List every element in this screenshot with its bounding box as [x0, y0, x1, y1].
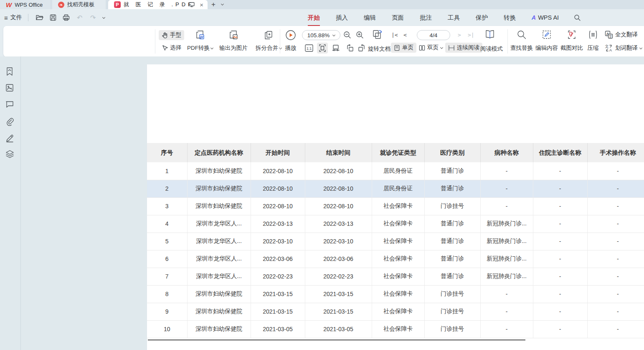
- table-cell: 2022-02-23: [305, 268, 372, 285]
- pdf-convert-icon: W: [195, 30, 205, 41]
- table-cell: 深圳市妇幼保健院: [187, 285, 251, 303]
- zoom-in-icon[interactable]: [356, 31, 364, 39]
- file-menu-button[interactable]: 文件: [10, 14, 22, 21]
- table-cell: 社会保障卡: [372, 215, 424, 232]
- tab-list-chevron-icon[interactable]: [221, 3, 224, 5]
- compress-button[interactable]: 压缩: [583, 28, 603, 54]
- play-button[interactable]: 播放: [280, 28, 301, 54]
- table-row: 7深圳市龙华区人...2022-02-232022-02-23社会保障卡普通门诊…: [147, 268, 644, 285]
- tab-docer-template[interactable]: ❧ 找稻壳模板: [52, 0, 106, 9]
- zoom-out-icon[interactable]: [343, 31, 351, 39]
- bookmark-panel-icon[interactable]: [5, 67, 15, 76]
- table-header-cell: 病种名称: [480, 143, 533, 162]
- continuous-read-button[interactable]: 连续阅读: [445, 43, 482, 53]
- double-page-button[interactable]: 双页: [416, 43, 446, 53]
- cursor-icon: [162, 45, 168, 51]
- table-cell: 新冠肺炎门诊...: [480, 268, 533, 285]
- new-tab-button[interactable]: +: [211, 0, 216, 9]
- menu-tab-page[interactable]: 页面: [391, 12, 405, 23]
- thumbnail-panel-icon[interactable]: [5, 84, 15, 93]
- table-cell: 2: [147, 180, 187, 197]
- table-cell: 5: [147, 232, 187, 250]
- table-cell: 门诊挂号: [424, 320, 480, 338]
- table-cell: 2022-03-13: [305, 215, 372, 232]
- menu-tab-protect[interactable]: 保护: [475, 12, 489, 23]
- table-cell: -: [587, 215, 644, 232]
- rotate-left-icon[interactable]: [345, 43, 355, 54]
- actual-size-button[interactable]: 1:1: [304, 43, 314, 53]
- menu-tab-edit[interactable]: 编辑: [363, 12, 377, 23]
- table-cell: 新冠肺炎门诊...: [480, 215, 533, 232]
- find-replace-button[interactable]: 查找替换: [510, 28, 534, 54]
- export-image-icon: [228, 30, 239, 41]
- fit-width-button[interactable]: [330, 43, 341, 54]
- table-cell: 2021-03-15: [305, 285, 372, 303]
- undo-icon[interactable]: ↶: [74, 12, 85, 23]
- menu-tab-tools[interactable]: 工具: [447, 12, 461, 23]
- tab-wps-office[interactable]: W WPS Office: [0, 0, 50, 9]
- close-tab-icon[interactable]: ×: [200, 1, 203, 8]
- table-cell: -: [587, 320, 644, 338]
- export-image-button[interactable]: 输出为图片: [216, 28, 251, 54]
- read-mode-icon[interactable]: [484, 30, 495, 40]
- menu-tab-comment[interactable]: 批注: [419, 12, 433, 23]
- continuous-read-icon: [448, 45, 455, 51]
- table-cell: 2022-02-23: [251, 268, 305, 285]
- save-icon[interactable]: [48, 12, 58, 23]
- open-file-icon[interactable]: [34, 12, 45, 23]
- table-header-cell: 开始时间: [251, 143, 305, 162]
- menu-tab-convert[interactable]: 转换: [503, 12, 517, 23]
- table-row: 6深圳市龙华区人...2022-03-062022-03-06社会保障卡普通门诊…: [147, 250, 644, 268]
- table-cell: 新冠肺炎门诊...: [480, 250, 533, 268]
- fit-page-button[interactable]: [317, 43, 328, 54]
- quickbar-chevron-icon[interactable]: [102, 15, 105, 18]
- last-page-icon[interactable]: >|: [468, 32, 474, 38]
- table-cell: 深圳市龙华区人...: [187, 232, 251, 250]
- table-cell: -: [587, 285, 644, 303]
- select-tool-button[interactable]: 选择: [159, 43, 184, 53]
- word-translate-button[interactable]: 文A 划词翻译: [605, 44, 642, 52]
- table-cell: -: [480, 197, 533, 215]
- full-translate-button[interactable]: A字 全文翻译: [605, 31, 638, 39]
- attachment-panel-icon[interactable]: [5, 117, 15, 126]
- find-replace-icon: [517, 30, 527, 40]
- print-icon[interactable]: [61, 12, 72, 23]
- tab-document-pdf[interactable]: P 就 医 记 录 .PDF ×: [108, 0, 208, 9]
- first-page-icon[interactable]: |<: [391, 32, 398, 38]
- table-cell: 10: [147, 320, 187, 338]
- medical-records-table: 序号定点医药机构名称开始时间结束时间就诊凭证类型医疗类别病种名称住院主诊断名称手…: [147, 143, 644, 338]
- signature-panel-icon[interactable]: [5, 134, 15, 143]
- layers-panel-icon[interactable]: [5, 150, 15, 159]
- read-mode-button[interactable]: 阅读模式: [480, 45, 503, 53]
- table-cell: -: [533, 320, 587, 338]
- table-header-cell: 医疗类别: [424, 143, 480, 162]
- rotate-right-icon[interactable]: [356, 43, 367, 54]
- pdf-convert-button[interactable]: W PDF转换: [182, 28, 218, 54]
- menu-tab-insert[interactable]: 插入: [335, 12, 349, 23]
- search-menu-icon[interactable]: [574, 14, 581, 21]
- table-cell: 7: [147, 268, 187, 285]
- table-cell: -: [480, 320, 533, 338]
- prev-page-icon[interactable]: <: [403, 32, 407, 38]
- table-cell: 普通门诊: [424, 232, 480, 250]
- comment-panel-icon[interactable]: [5, 100, 15, 110]
- table-cell: 2022-03-10: [305, 232, 372, 250]
- hand-tool-button[interactable]: 手型: [159, 30, 184, 40]
- rotate-pages-icon[interactable]: [372, 29, 383, 40]
- screenshot-compare-button[interactable]: 截图对比: [560, 28, 584, 54]
- page-number-input[interactable]: 4/4: [417, 30, 450, 40]
- redo-icon[interactable]: ↷: [88, 12, 99, 23]
- table-cell: 居民身份证: [372, 162, 424, 180]
- document-area[interactable]: 序号定点医药机构名称开始时间结束时间就诊凭证类型医疗类别病种名称住院主诊断名称手…: [21, 56, 644, 350]
- table-cell: -: [533, 215, 587, 232]
- monitor-icon[interactable]: [189, 2, 195, 7]
- menu-tab-home[interactable]: 开始: [307, 12, 321, 23]
- menu-tab-wps-ai[interactable]: A WPS AI: [531, 13, 560, 23]
- edit-content-button[interactable]: 编辑内容: [535, 28, 559, 54]
- next-page-icon[interactable]: >: [458, 32, 461, 38]
- rotate-doc-button[interactable]: 旋转文档: [368, 45, 390, 53]
- table-cell: 2021-03-15: [251, 303, 305, 320]
- table-cell: -: [533, 180, 587, 197]
- single-page-button[interactable]: 单页: [391, 43, 416, 53]
- zoom-level-input[interactable]: 105.88%: [302, 30, 340, 40]
